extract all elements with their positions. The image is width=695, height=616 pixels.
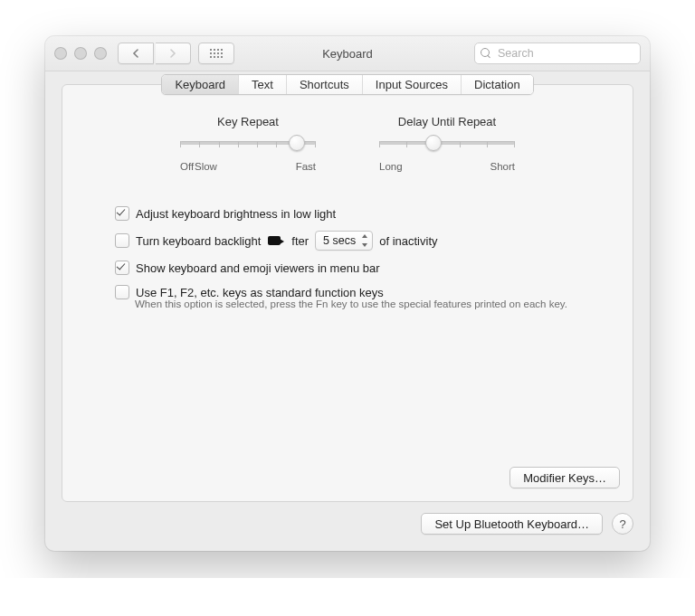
tab-text[interactable]: Text [239, 75, 287, 94]
titlebar: Keyboard [45, 36, 650, 71]
tab-shortcuts[interactable]: Shortcuts [287, 75, 363, 94]
key-repeat-label: Key Repeat [180, 115, 316, 128]
label-brightness: Adjust keyboard brightness in low light [136, 207, 336, 221]
minimize-icon[interactable] [74, 47, 87, 60]
tab-dictation[interactable]: Dictation [462, 75, 533, 94]
checkbox-emoji[interactable] [115, 261, 129, 275]
zoom-icon[interactable] [94, 47, 107, 60]
options-list: Adjust keyboard brightness in low light … [62, 206, 633, 309]
bluetooth-keyboard-button[interactable]: Set Up Bluetooth Keyboard… [421, 513, 603, 535]
settings-pane: Keyboard Text Shortcuts Input Sources Di… [62, 84, 633, 502]
opt-emoji: Show keyboard and emoji viewers in menu … [115, 261, 591, 275]
label-slow: Slow [195, 161, 217, 172]
checkbox-fn[interactable] [115, 285, 129, 299]
chevron-right-icon [169, 49, 176, 58]
key-repeat-slider[interactable] [180, 141, 316, 154]
opt-brightness: Adjust keyboard brightness in low light [115, 206, 591, 221]
preferences-window: Keyboard Keyboard Text Shortcuts Input S… [45, 36, 650, 551]
delay-label: Delay Until Repeat [379, 115, 515, 128]
footer: Set Up Bluetooth Keyboard… ? [62, 513, 633, 535]
label-off: Off [180, 161, 194, 172]
key-repeat-block: Key Repeat Off Slow Fast [180, 115, 316, 172]
label-backlight-after: fter [291, 234, 309, 248]
search-input[interactable] [496, 46, 634, 61]
cursor-icon [268, 235, 284, 247]
tab-keyboard[interactable]: Keyboard [162, 75, 239, 94]
traffic-lights [54, 47, 107, 60]
hint-fn: When this option is selected, press the … [135, 299, 591, 309]
backlight-timeout-select[interactable]: 5 secs [315, 231, 373, 251]
search-icon [481, 48, 491, 59]
label-fast: Fast [296, 161, 316, 172]
content: Keyboard Text Shortcuts Input Sources Di… [45, 71, 650, 551]
checkbox-backlight[interactable] [115, 233, 129, 248]
chevron-left-icon [132, 49, 139, 58]
tab-bar: Keyboard Text Shortcuts Input Sources Di… [62, 74, 633, 95]
search-field[interactable] [474, 43, 641, 64]
nav-buttons [118, 43, 191, 64]
modifier-keys-button[interactable]: Modifier Keys… [509, 467, 620, 488]
delay-endlabels: Long Short [379, 161, 515, 172]
delay-slider[interactable] [379, 141, 515, 154]
back-button[interactable] [118, 43, 154, 64]
label-long: Long [379, 161, 403, 172]
opt-backlight: Turn keyboard backlight fter 5 secs of i… [115, 231, 591, 251]
label-backlight-pre: Turn keyboard backlight [136, 234, 261, 248]
label-backlight-post: of inactivity [379, 234, 437, 248]
label-fn: Use F1, F2, etc. keys as standard functi… [136, 286, 384, 299]
label-emoji: Show keyboard and emoji viewers in menu … [136, 261, 380, 275]
show-all-button[interactable] [198, 43, 234, 64]
delay-block: Delay Until Repeat Long Short [379, 115, 515, 172]
sliders-row: Key Repeat Off Slow Fast [62, 115, 633, 172]
help-button[interactable]: ? [612, 513, 633, 535]
close-icon[interactable] [54, 47, 67, 60]
grid-icon [210, 49, 223, 58]
checkbox-brightness[interactable] [115, 206, 129, 221]
key-repeat-endlabels: Off Slow Fast [180, 161, 316, 172]
opt-fn: Use F1, F2, etc. keys as standard functi… [115, 285, 591, 299]
label-short: Short [490, 161, 516, 172]
tab-input-sources[interactable]: Input Sources [363, 75, 462, 94]
forward-button[interactable] [156, 43, 191, 64]
